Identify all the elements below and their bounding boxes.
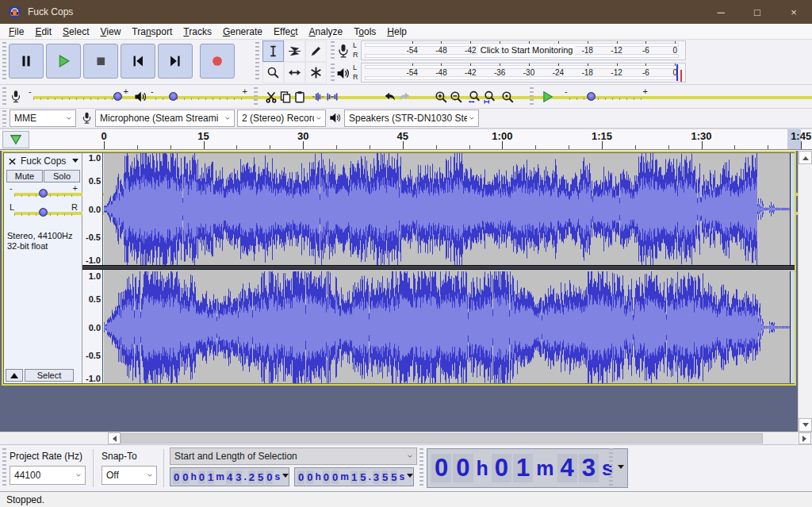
record-button[interactable] [200, 44, 235, 79]
playback-device-select[interactable]: Speakers (STR-DN1030 Stere [344, 109, 479, 127]
time-digit[interactable]: 1 [350, 471, 358, 484]
time-unit[interactable]: s [274, 471, 281, 482]
skip-to-end-button[interactable] [158, 44, 193, 79]
time-digit[interactable]: 0 [182, 471, 189, 484]
selection-length-field[interactable]: 00h00m15.355s [294, 467, 414, 486]
track-select-button[interactable]: Select [25, 369, 74, 382]
undo-button[interactable] [382, 86, 396, 107]
time-digit[interactable]: 3 [235, 471, 242, 484]
copy-button[interactable] [278, 86, 293, 107]
horizontal-scrollbar[interactable] [0, 432, 812, 444]
time-unit[interactable]: . [243, 471, 247, 482]
envelope-tool-button[interactable] [284, 40, 305, 62]
time-digit[interactable]: 0 [492, 454, 511, 482]
menu-view[interactable]: View [95, 25, 127, 38]
zoom-in-button[interactable] [434, 86, 448, 107]
scroll-right-button[interactable] [799, 432, 811, 444]
playback-volume-slider[interactable]: - + [151, 88, 247, 104]
scroll-down-button[interactable] [799, 418, 812, 432]
recording-meter-grip[interactable] [331, 41, 335, 60]
menu-tracks[interactable]: Tracks [178, 25, 217, 38]
scroll-left-button[interactable] [108, 432, 121, 444]
time-digit[interactable]: 0 [297, 471, 304, 484]
selection-toolbar-grip[interactable] [2, 448, 6, 488]
spare-grip[interactable] [609, 448, 613, 488]
time-digit[interactable]: 5 [257, 471, 264, 484]
dropdown-icon[interactable] [618, 465, 624, 472]
track-menu-icon[interactable] [72, 159, 79, 166]
close-button[interactable]: × [776, 0, 812, 24]
time-unit[interactable]: m [534, 457, 556, 480]
time-digit[interactable]: 0 [173, 471, 180, 484]
paste-button[interactable] [293, 86, 307, 107]
menu-analyze[interactable]: Analyze [304, 25, 349, 38]
track-title[interactable]: Fuck Cops [21, 156, 66, 167]
selection-tool-button[interactable] [262, 40, 284, 62]
menu-file[interactable]: File [3, 25, 29, 38]
time-digit[interactable]: 0 [453, 454, 473, 482]
collapse-track-button[interactable] [6, 369, 23, 382]
time-unit[interactable]: . [367, 471, 371, 482]
time-digit[interactable]: 5 [381, 471, 389, 484]
selection-start-field[interactable]: 00h01m43.250s [170, 467, 289, 486]
track-gain-thumb[interactable] [39, 189, 48, 198]
dropdown-icon[interactable] [407, 474, 413, 481]
draw-tool-button[interactable] [305, 40, 327, 62]
edit-toolbar-grip[interactable] [254, 87, 258, 106]
tools-toolbar-grip[interactable] [255, 42, 259, 82]
menu-generate[interactable]: Generate [217, 25, 268, 38]
skip-to-start-button[interactable] [121, 44, 155, 79]
snap-to-select[interactable]: Off [102, 466, 157, 485]
trim-audio-button[interactable] [311, 86, 325, 107]
track-pan-thumb[interactable] [39, 208, 48, 217]
cut-button[interactable] [264, 86, 278, 107]
recording-device-select[interactable]: Microphone (Steam Streami [95, 109, 235, 127]
audio-host-select[interactable]: MME [10, 109, 76, 127]
silence-audio-button[interactable] [325, 86, 339, 107]
menu-tools[interactable]: Tools [348, 25, 381, 38]
project-rate-select[interactable]: 44100 [10, 466, 86, 485]
play-button[interactable] [46, 44, 81, 79]
stop-button[interactable] [83, 44, 118, 79]
scroll-up-button[interactable] [799, 151, 812, 164]
recording-volume-slider[interactable]: - + [29, 88, 128, 104]
time-digit[interactable]: 1 [207, 471, 214, 484]
time-unit[interactable]: s [398, 471, 405, 482]
time-toolbar-grip[interactable] [419, 448, 423, 488]
multi-tool-button[interactable] [305, 62, 327, 83]
menu-transport[interactable]: Transport [126, 25, 178, 38]
time-digit[interactable]: 5 [390, 471, 397, 484]
play-speed-thumb[interactable] [587, 92, 596, 101]
transport-toolbar-grip[interactable] [2, 42, 6, 82]
time-digit[interactable]: 0 [306, 471, 313, 484]
time-shift-tool-button[interactable] [284, 62, 305, 83]
track-close-button[interactable] [6, 156, 17, 167]
redo-button[interactable] [397, 86, 412, 107]
track-gain-slider[interactable]: - + [10, 185, 78, 201]
recording-meter-overlay[interactable]: Click to Start Monitoring [478, 45, 576, 55]
big-time-display[interactable]: 00h01m43s [427, 448, 628, 488]
play-at-speed-grip[interactable] [530, 87, 534, 106]
waveform-channel-right[interactable] [104, 271, 795, 383]
playback-meter-grip[interactable] [331, 63, 335, 83]
recording-channels-select[interactable]: 2 (Stereo) Record [237, 109, 326, 127]
zoom-out-button[interactable] [449, 86, 463, 107]
menu-effect[interactable]: Effect [268, 25, 304, 38]
pause-button[interactable] [9, 44, 44, 79]
time-digit[interactable]: 1 [513, 454, 533, 482]
device-toolbar-grip[interactable] [2, 110, 6, 127]
time-unit[interactable]: h [314, 471, 321, 482]
time-digit[interactable]: 0 [431, 454, 451, 482]
menu-help[interactable]: Help [381, 25, 412, 38]
timeline[interactable]: 01530451:001:151:301:45 [0, 129, 812, 150]
time-digit[interactable]: 0 [331, 471, 339, 484]
time-unit[interactable]: h [474, 457, 491, 480]
time-digit[interactable]: 4 [226, 471, 233, 484]
mixer-toolbar-grip[interactable] [2, 87, 6, 106]
zoom-toggle-button[interactable] [500, 86, 515, 107]
recording-meter[interactable]: Click to Start Monitoring -54-48-42-18-1… [361, 40, 686, 60]
selection-mode-select[interactable]: Start and Length of Selection [170, 447, 417, 465]
minimize-button[interactable]: ─ [703, 0, 739, 24]
time-digit[interactable]: 2 [248, 471, 255, 484]
time-unit[interactable]: h [190, 471, 197, 482]
